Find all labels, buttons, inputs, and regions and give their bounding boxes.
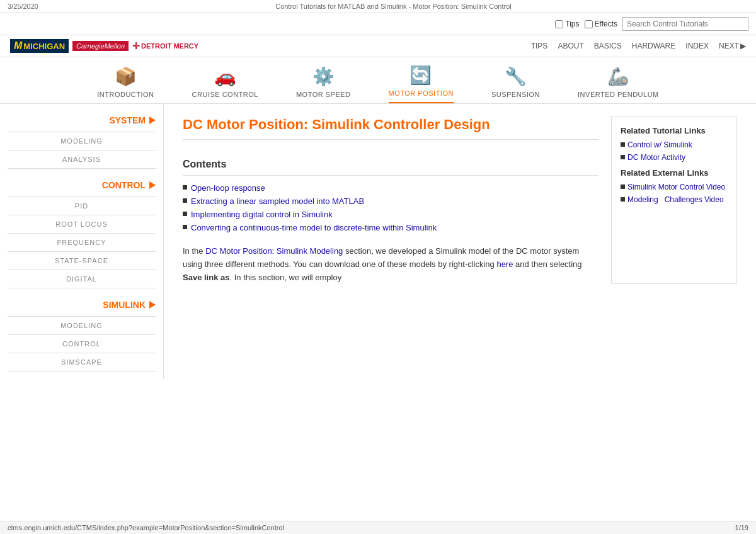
- content-row: DC Motor Position: Simulink Controller D…: [183, 116, 737, 284]
- sidebar-item-state-space[interactable]: STATE-SPACE: [0, 253, 163, 268]
- contents-link-2[interactable]: Extracting a linear sampled model into M…: [191, 196, 364, 206]
- related-tutorial-title: Related Tutorial Links: [621, 126, 728, 135]
- contents-divider: [183, 175, 598, 176]
- tutorial-nav: 📦 INTRODUCTION 🚗 CRUISE CONTROL ⚙️ MOTOR…: [0, 57, 756, 104]
- top-bar-title: Control Tutorials for MATLAB and Simulin…: [38, 3, 748, 10]
- page-title: DC Motor Position: Simulink Controller D…: [183, 116, 598, 133]
- tutorial-introduction[interactable]: 📦 INTRODUCTION: [97, 66, 154, 103]
- logo-bar: M MICHIGAN CarnegieMellon ✛ DETROIT MERC…: [0, 35, 756, 57]
- nav-links: TIPS ABOUT BASICS HARDWARE INDEX NEXT ▶: [531, 42, 746, 50]
- simulink-arrow-icon: [149, 301, 156, 309]
- divider: [8, 150, 156, 151]
- nav-tips[interactable]: TIPS: [531, 42, 548, 50]
- sidebar-item-modeling-2[interactable]: MODELING: [0, 318, 163, 333]
- michigan-logo[interactable]: M MICHIGAN: [10, 39, 69, 53]
- body-text: In the DC Motor Position: Simulink Model…: [183, 245, 598, 284]
- divider: [8, 270, 156, 270]
- tips-label[interactable]: Tips: [555, 20, 579, 28]
- contents-link-3[interactable]: Implementing digital control in Simulink: [191, 210, 333, 219]
- divider: [8, 168, 156, 169]
- nav-about[interactable]: ABOUT: [558, 42, 583, 50]
- bullet-icon: [183, 185, 187, 190]
- title-divider: [183, 139, 598, 140]
- contents-section: Contents Open-loop response Extracting a…: [183, 159, 598, 232]
- inverted-pendulum-icon: 🦾: [607, 66, 630, 87]
- logos: M MICHIGAN CarnegieMellon ✛ DETROIT MERC…: [10, 39, 198, 53]
- related-link-activity[interactable]: DC Motor Activity: [627, 153, 685, 162]
- suspension-icon: 🔧: [505, 66, 527, 87]
- bullet-icon: [183, 225, 187, 229]
- contents-title: Contents: [183, 159, 598, 170]
- nav-next[interactable]: NEXT ▶: [719, 42, 746, 50]
- divider: [8, 288, 156, 288]
- divider: [8, 196, 156, 197]
- sidebar-section-system[interactable]: SYSTEM: [0, 110, 163, 130]
- related-tutorial-link-1: Control w/ Simulink: [621, 140, 728, 149]
- motor-position-icon: 🔄: [410, 65, 432, 86]
- sidebar: SYSTEM MODELING ANALYSIS CONTROL PID ROO…: [0, 104, 164, 379]
- effects-label[interactable]: Effects: [585, 20, 617, 28]
- body-text-start: In the: [183, 246, 205, 256]
- sidebar-item-modeling-1[interactable]: MODELING: [0, 134, 163, 149]
- content-area: DC Motor Position: Simulink Controller D…: [164, 104, 756, 379]
- divider: [8, 371, 156, 372]
- divider: [8, 233, 156, 234]
- nav-hardware[interactable]: HARDWARE: [632, 42, 676, 50]
- motor-speed-icon: ⚙️: [312, 66, 335, 87]
- related-external-title: Related External Links: [621, 168, 728, 178]
- sidebar-item-analysis[interactable]: ANALYSIS: [0, 152, 163, 167]
- nav-basics[interactable]: BASICS: [594, 42, 622, 50]
- introduction-icon: 📦: [115, 66, 137, 87]
- control-arrow-icon: [149, 181, 156, 189]
- contents-link-1[interactable]: Open-loop response: [191, 183, 265, 193]
- sidebar-item-control[interactable]: CONTROL: [0, 336, 163, 351]
- system-arrow-icon: [149, 116, 156, 124]
- carnegie-logo[interactable]: CarnegieMellon: [72, 41, 129, 51]
- related-box: Related Tutorial Links Control w/ Simuli…: [611, 116, 737, 284]
- bullet-icon: [621, 185, 625, 189]
- related-link-modeling-video[interactable]: Modeling Challenges Video: [627, 195, 724, 204]
- sidebar-item-frequency[interactable]: FREQUENCY: [0, 235, 163, 250]
- main-layout: SYSTEM MODELING ANALYSIS CONTROL PID ROO…: [0, 104, 756, 379]
- sidebar-item-simscape[interactable]: SIMSCAPE: [0, 355, 163, 370]
- tutorial-suspension[interactable]: 🔧 SUSPENSION: [491, 66, 540, 103]
- cruise-control-icon: 🚗: [214, 66, 237, 87]
- contents-item-2: Extracting a linear sampled model into M…: [183, 196, 598, 206]
- nav-index[interactable]: INDEX: [685, 42, 709, 50]
- body-link-here[interactable]: here: [496, 259, 513, 269]
- related-link-motor-video[interactable]: Simulink Motor Control Video: [627, 183, 725, 191]
- sidebar-section-simulink[interactable]: SIMULINK: [0, 295, 163, 315]
- effects-checkbox[interactable]: [585, 20, 593, 28]
- divider: [8, 316, 156, 317]
- tutorial-motor-speed[interactable]: ⚙️ MOTOR SPEED: [296, 66, 351, 103]
- tutorial-motor-position[interactable]: 🔄 MOTOR POSITION: [389, 65, 454, 103]
- related-external-link-1: Simulink Motor Control Video: [621, 183, 728, 191]
- top-bar: 3/25/2020 Control Tutorials for MATLAB a…: [0, 0, 756, 13]
- divider: [8, 251, 156, 252]
- contents-link-4[interactable]: Converting a continuous-time model to di…: [191, 223, 437, 232]
- contents-item-4: Converting a continuous-time model to di…: [183, 223, 598, 232]
- bullet-icon: [621, 197, 625, 202]
- divider: [8, 334, 156, 335]
- contents-item-1: Open-loop response: [183, 183, 598, 193]
- body-link-modeling[interactable]: DC Motor Position: Simulink Modeling: [205, 246, 343, 256]
- related-link-simulink[interactable]: Control w/ Simulink: [627, 140, 692, 149]
- divider: [8, 353, 156, 353]
- contents-item-3: Implementing digital control in Simulink: [183, 210, 598, 219]
- main-text: DC Motor Position: Simulink Controller D…: [183, 116, 598, 284]
- divider: [8, 132, 156, 132]
- search-bar: Tips Effects: [0, 13, 756, 35]
- bullet-icon: [183, 198, 187, 203]
- bullet-icon: [621, 155, 625, 159]
- detroit-logo[interactable]: ✛ DETROIT MERCY: [132, 41, 198, 51]
- tips-checkbox[interactable]: [555, 20, 563, 28]
- tutorial-inverted-pendulum[interactable]: 🦾 INVERTED PENDULUM: [578, 66, 659, 103]
- sidebar-section-control[interactable]: CONTROL: [0, 175, 163, 195]
- sidebar-item-digital[interactable]: DIGITAL: [0, 271, 163, 287]
- tutorial-cruise-control[interactable]: 🚗 CRUISE CONTROL: [192, 66, 258, 103]
- body-text-end: and then selecting: [513, 259, 581, 269]
- sidebar-item-pid[interactable]: PID: [0, 198, 163, 213]
- divider: [8, 215, 156, 215]
- search-input[interactable]: [622, 17, 748, 31]
- sidebar-item-root-locus[interactable]: ROOT LOCUS: [0, 217, 163, 232]
